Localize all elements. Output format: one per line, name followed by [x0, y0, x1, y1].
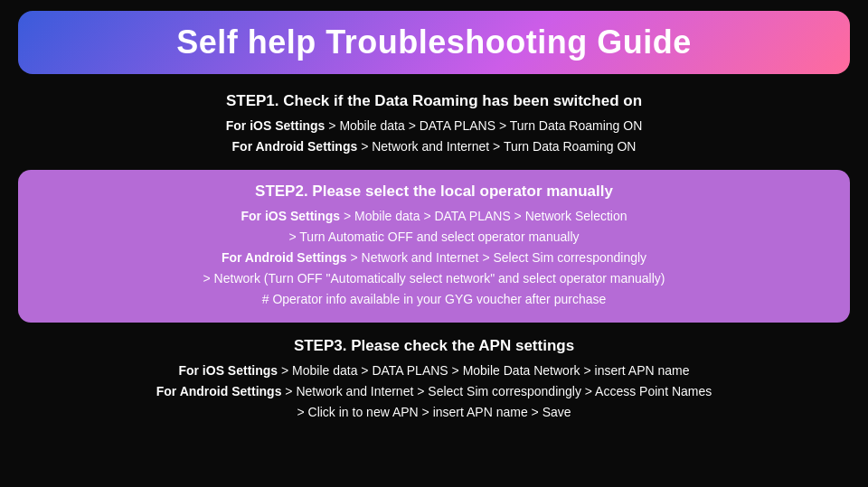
step2-android-bold: For Android Settings — [222, 250, 347, 265]
step3-section: STEP3. Please check the APN settings For… — [18, 335, 850, 423]
step2-line2: > Turn Automatic OFF and select operator… — [36, 227, 832, 248]
step2-title: STEP2. Please select the local operator … — [36, 181, 832, 202]
title-banner: Self help Troubleshooting Guide — [18, 11, 850, 74]
step3-android-bold: For Android Settings — [156, 384, 282, 398]
step1-ios-bold: For iOS Settings — [226, 118, 326, 133]
step1-section: STEP1. Check if the Data Roaming has bee… — [18, 90, 850, 157]
step1-line1: For iOS Settings > Mobile data > DATA PL… — [18, 116, 850, 136]
step1-line2: For Android Settings > Network and Inter… — [18, 136, 850, 157]
step3-ios-rest: > Mobile data > DATA PLANS > Mobile Data… — [278, 363, 689, 378]
step3-android-rest: > Network and Internet > Select Sim corr… — [281, 384, 712, 398]
step3-line1: For iOS Settings > Mobile data > DATA PL… — [18, 361, 850, 381]
step1-android-bold: For Android Settings — [232, 139, 358, 154]
step2-line3: For Android Settings > Network and Inter… — [36, 248, 832, 268]
step3-title: STEP3. Please check the APN settings — [18, 335, 850, 357]
step2-android-rest: > Network and Internet > Select Sim corr… — [347, 250, 647, 265]
step2-section: STEP2. Please select the local operator … — [18, 170, 850, 323]
step1-android-rest: > Network and Internet > Turn Data Roami… — [357, 139, 636, 154]
main-title: Self help Troubleshooting Guide — [176, 23, 692, 61]
step2-ios-rest: > Mobile data > DATA PLANS > Network Sel… — [340, 209, 627, 223]
step2-line5: # Operator info available in your GYG vo… — [36, 289, 832, 310]
step3-ios-bold: For iOS Settings — [178, 363, 278, 378]
step2-ios-bold: For iOS Settings — [241, 209, 340, 223]
step2-line1: For iOS Settings > Mobile data > DATA PL… — [36, 206, 832, 227]
step1-ios-rest: > Mobile data > DATA PLANS > Turn Data R… — [325, 118, 642, 133]
step3-line2: For Android Settings > Network and Inter… — [18, 381, 850, 402]
step1-title: STEP1. Check if the Data Roaming has bee… — [18, 90, 850, 112]
step2-line4: > Network (Turn OFF "Automatically selec… — [36, 268, 832, 289]
step3-line3: > Click in to new APN > insert APN name … — [18, 402, 850, 423]
